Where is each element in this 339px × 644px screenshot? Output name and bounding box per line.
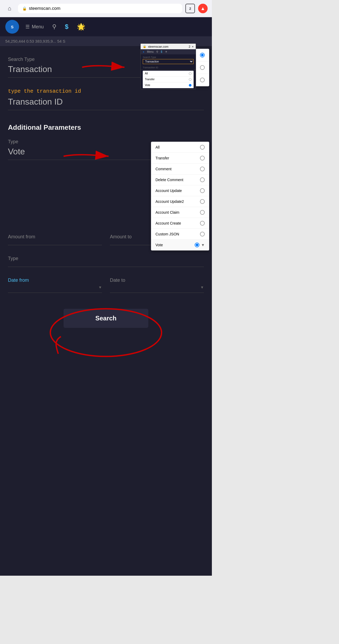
dollar-icon: $ (65, 23, 68, 30)
home-button[interactable]: ⌂ (4, 3, 15, 14)
date-from-label: Date from (8, 278, 102, 283)
hamburger-icon: ☰ (25, 24, 30, 30)
type-item-account-claim[interactable]: Account Claim (151, 207, 209, 218)
radio-type-transfer[interactable] (200, 156, 205, 160)
type-item-transfer[interactable]: Transfer (151, 153, 209, 164)
overlay-type-all: All (145, 72, 148, 75)
overlay-type-transfer: Transfer (145, 78, 155, 81)
amount-from-label: Amount from (8, 234, 102, 240)
overlay-nav-bar: ● Menu ⚲ $ ☀ (141, 49, 196, 54)
overlay-search-small: ⚲ (156, 50, 158, 53)
site-logo[interactable]: S (5, 20, 19, 34)
site-nav: ☰ Menu ⚲ $ 🌟 (25, 23, 207, 31)
overlay-search-type-label: Search Type (143, 56, 194, 59)
overlay-url: steemscan.com (148, 45, 168, 48)
arrow-to-dropdown (77, 59, 130, 75)
search-button-container: Search (8, 309, 204, 328)
search-button-label: Search (95, 315, 117, 322)
theme-toggle-button[interactable]: 🌟 (77, 23, 85, 31)
type-item-custom-json[interactable]: Custom JSON (151, 229, 209, 240)
svg-text:S: S (11, 25, 14, 29)
transaction-id-section: Transaction ID (8, 97, 204, 110)
type-second-row: Type (8, 256, 204, 267)
additional-params-title: Additional Parameters (8, 123, 204, 132)
steem-logo-svg: S (8, 22, 17, 31)
type-custom-json-label: Custom JSON (155, 232, 179, 236)
type-item-account-update[interactable]: Account Update (151, 185, 209, 196)
overlay-type-vote: Vote (145, 84, 150, 87)
date-from-field: Date from ▼ (8, 278, 102, 293)
home-icon: ⌂ (8, 5, 11, 12)
type-item-account-update2[interactable]: Account Update2 (151, 196, 209, 207)
search-nav-button[interactable]: ⚲ (52, 23, 56, 30)
type-comment-label: Comment (155, 167, 172, 171)
additional-params-section: Additional Parameters Type Vote ▼ A (8, 123, 204, 293)
stats-text: 54,250,444 0.53 383,935,9... 54 S (5, 39, 65, 43)
radio-delete-comment[interactable] (200, 177, 205, 182)
radio-account[interactable] (200, 78, 205, 82)
type-account-claim-label: Account Claim (155, 210, 179, 214)
date-from-chevron: ▼ (98, 285, 102, 289)
type-item-account-create[interactable]: Account Create (151, 218, 209, 229)
search-nav-icon: ⚲ (52, 23, 56, 30)
type-item-comment[interactable]: Comment (151, 164, 209, 175)
date-row: Date from ▼ Date to ▼ (8, 278, 204, 293)
type-second-input[interactable] (8, 263, 204, 267)
main-content: 🔒 steemscan.com 2 × ● Menu ⚲ $ ☀ Search … (0, 46, 212, 576)
amount-from-field: Amount from (8, 234, 102, 245)
overlay-dollar-small: $ (161, 50, 162, 53)
type-vote-label: Vote (155, 243, 163, 247)
type-item-all[interactable]: All (151, 142, 209, 153)
type-item-vote[interactable]: Vote ▼ (151, 240, 209, 250)
date-to-input[interactable]: ▼ (110, 285, 204, 293)
amount-from-input[interactable] (8, 242, 102, 245)
overlay-txid-label: Transaction ID (141, 65, 196, 69)
type-all-label: All (155, 145, 160, 149)
radio-account-create[interactable] (200, 221, 205, 226)
vote-radio-row: ▼ (195, 243, 205, 247)
menu-label: Menu (32, 24, 44, 30)
dollar-nav-button[interactable]: $ (65, 23, 68, 30)
type-account-create-label: Account Create (155, 221, 181, 225)
overlay-search-type-section: Search Type Transaction Block Account (141, 54, 196, 65)
overlay-radio-all (189, 72, 191, 75)
overlay-logo-small: ● (143, 50, 144, 53)
lock-icon: 🔒 (22, 6, 27, 11)
search-button[interactable]: Search (64, 309, 148, 328)
update-button[interactable]: ▲ (198, 4, 208, 13)
type-item-delete-comment[interactable]: Delete Comment (151, 175, 209, 185)
date-to-label: Date to (110, 278, 204, 283)
address-bar[interactable]: 🔒 steemscan.com (18, 4, 182, 13)
date-to-chevron: ▼ (200, 285, 204, 289)
type-dropdown[interactable]: All Transfer Comment Delete Comment Acco… (151, 142, 209, 251)
radio-transaction[interactable] (200, 53, 205, 57)
overlay-menu-label: Menu (147, 50, 154, 53)
date-from-input[interactable]: ▼ (8, 285, 102, 293)
overlay-thumbnail: 🔒 steemscan.com 2 × ● Menu ⚲ $ ☀ Search … (140, 43, 196, 90)
radio-all[interactable] (200, 145, 205, 150)
overlay-header: 🔒 steemscan.com 2 × (141, 44, 196, 49)
overlay-lock-icon: 🔒 (143, 45, 146, 48)
type-section: Type Vote ▼ All (8, 139, 204, 160)
overlay-sun-small: ☀ (165, 50, 167, 53)
radio-block[interactable] (200, 65, 205, 70)
tab-count-label: 2 (189, 7, 191, 11)
type-delete-comment-label: Delete Comment (155, 178, 183, 182)
update-icon: ▲ (200, 6, 205, 11)
radio-comment[interactable] (200, 167, 205, 171)
type-account-update-label: Account Update (155, 189, 182, 193)
type-transfer-label: Transfer (155, 156, 169, 160)
radio-account-update2[interactable] (200, 199, 205, 204)
overlay-tab-count: 2 (189, 45, 190, 48)
overlay-radio-transfer (189, 78, 191, 81)
radio-vote[interactable] (195, 243, 199, 247)
radio-account-update[interactable] (200, 188, 205, 193)
menu-button[interactable]: ☰ Menu (25, 24, 44, 30)
sun-icon: 🌟 (77, 23, 85, 31)
overlay-search-type-select[interactable]: Transaction Block Account (143, 59, 194, 64)
radio-custom-json[interactable] (200, 232, 205, 236)
type-second-label: Type (8, 256, 204, 261)
overlay-close-icon: × (192, 45, 194, 48)
radio-account-claim[interactable] (200, 210, 205, 215)
tab-count-button[interactable]: 2 (185, 4, 195, 13)
